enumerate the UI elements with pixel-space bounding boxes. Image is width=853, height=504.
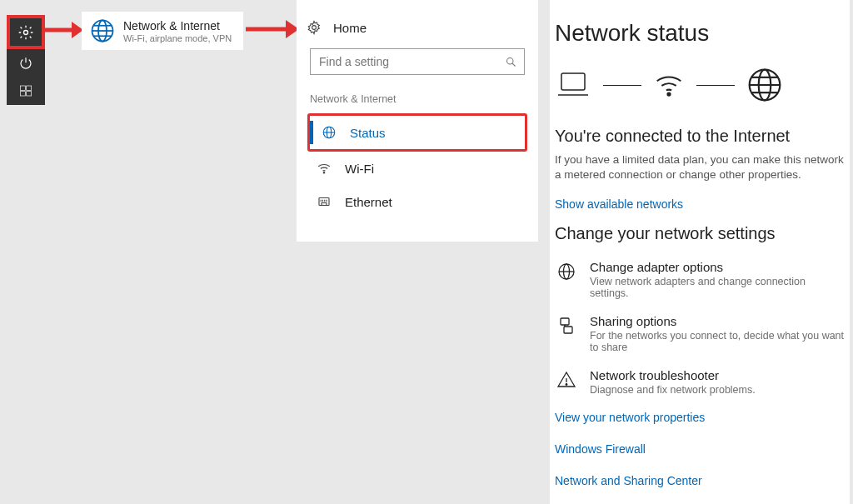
nav-item-status[interactable]: Status <box>310 116 525 149</box>
setting-title: Network troubleshooter <box>590 368 756 382</box>
arrow-annotation-2 <box>244 18 299 40</box>
show-networks-link[interactable]: Show available networks <box>555 197 845 211</box>
link-network-properties[interactable]: View your network properties <box>555 411 845 424</box>
settings-tile-network[interactable]: Network & Internet Wi-Fi, airplane mode,… <box>82 12 243 50</box>
network-diagram <box>555 67 845 103</box>
svg-point-0 <box>24 30 28 34</box>
start-windows-button[interactable] <box>7 77 45 105</box>
start-menu-strip <box>7 15 45 105</box>
sharing-icon <box>555 314 578 353</box>
main-content: Network status You're connected to the I… <box>550 0 850 504</box>
svg-point-14 <box>312 26 317 30</box>
setting-sharing-options[interactable]: Sharing options For the networks you con… <box>555 314 845 353</box>
nav-item-status-highlight: Status <box>307 113 527 152</box>
connected-body: If you have a limited data plan, you can… <box>555 152 845 182</box>
globe-icon <box>746 67 783 103</box>
connected-heading: You're connected to the Internet <box>555 127 845 146</box>
nav-label: Wi-Fi <box>345 162 374 176</box>
svg-point-28 <box>667 93 670 96</box>
wifi-icon <box>317 161 332 176</box>
laptop-icon <box>555 68 591 102</box>
search-placeholder: Find a setting <box>319 55 389 68</box>
setting-desc: For the networks you connect to, decide … <box>590 330 845 353</box>
nav-item-wifi[interactable]: Wi-Fi <box>305 152 530 185</box>
power-icon <box>18 56 33 71</box>
connection-line <box>603 85 641 86</box>
svg-line-16 <box>512 63 515 66</box>
start-settings-button[interactable] <box>7 15 45 49</box>
windows-icon <box>19 84 32 97</box>
gear-icon <box>17 24 34 41</box>
search-input[interactable]: Find a setting <box>310 48 525 75</box>
arrow-annotation-1 <box>42 20 83 40</box>
globe-icon <box>90 18 115 43</box>
svg-rect-2 <box>27 86 32 90</box>
setting-desc: Diagnose and fix network problems. <box>590 384 756 396</box>
setting-title: Change adapter options <box>590 260 845 274</box>
tile-title: Network & Internet <box>123 19 232 32</box>
search-icon <box>505 56 517 68</box>
svg-rect-37 <box>561 318 569 325</box>
tile-subtitle: Wi-Fi, airplane mode, VPN <box>123 33 232 43</box>
svg-rect-22 <box>322 203 327 206</box>
svg-point-40 <box>566 384 567 386</box>
setting-desc: View network adapters and change connect… <box>590 276 845 299</box>
home-label: Home <box>333 21 367 35</box>
connection-line <box>696 85 735 86</box>
ethernet-icon <box>317 194 332 209</box>
svg-rect-1 <box>20 86 25 90</box>
svg-rect-27 <box>561 73 585 90</box>
settings-home-button[interactable]: Home <box>305 17 530 48</box>
svg-point-15 <box>507 58 514 65</box>
globe-icon <box>322 125 337 140</box>
svg-rect-4 <box>27 92 32 96</box>
nav-label: Status <box>350 126 386 140</box>
svg-point-20 <box>323 172 325 174</box>
nav-item-ethernet[interactable]: Ethernet <box>305 185 530 218</box>
gear-icon <box>307 20 322 35</box>
link-sharing-center[interactable]: Network and Sharing Center <box>555 474 845 487</box>
setting-title: Sharing options <box>590 314 845 328</box>
wifi-icon <box>653 69 685 101</box>
svg-rect-38 <box>564 327 572 333</box>
warning-icon <box>555 368 578 396</box>
settings-sidebar: Home Find a setting Network & Internet S… <box>297 0 538 242</box>
setting-troubleshooter[interactable]: Network troubleshooter Diagnose and fix … <box>555 368 845 396</box>
link-windows-firewall[interactable]: Windows Firewall <box>555 442 845 456</box>
change-settings-heading: Change your network settings <box>555 224 845 243</box>
section-label: Network & Internet <box>310 93 525 105</box>
page-title: Network status <box>555 20 845 47</box>
setting-adapter-options[interactable]: Change adapter options View network adap… <box>555 260 845 299</box>
svg-rect-3 <box>20 92 25 96</box>
nav-label: Ethernet <box>345 195 392 209</box>
start-power-button[interactable] <box>7 49 45 77</box>
globe-icon <box>555 260 578 299</box>
